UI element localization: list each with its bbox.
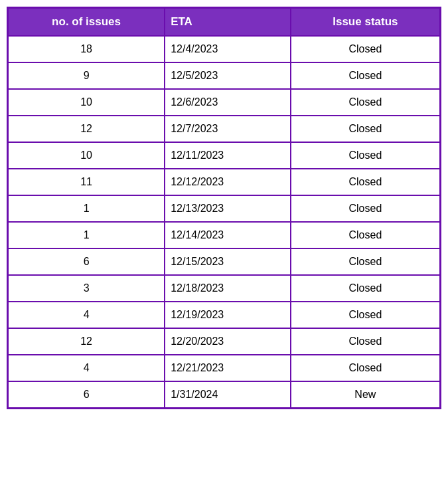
cell-eta: 12/21/2023 <box>165 355 291 381</box>
cell-status: Closed <box>291 275 441 302</box>
main-table-wrapper: no. of issues ETA Issue status 1812/4/20… <box>7 7 441 409</box>
cell-status: Closed <box>291 248 441 275</box>
cell-eta: 12/18/2023 <box>165 275 291 302</box>
cell-issues: 10 <box>8 142 165 169</box>
cell-status: Closed <box>291 142 441 169</box>
table-row: 612/15/2023Closed <box>8 248 441 275</box>
table-row: 412/21/2023Closed <box>8 355 441 381</box>
header-issues: no. of issues <box>8 8 165 37</box>
table-row: 1112/12/2023Closed <box>8 169 441 195</box>
cell-eta: 12/15/2023 <box>165 248 291 275</box>
table-row: 61/31/2024New <box>8 381 441 409</box>
table-row: 312/18/2023Closed <box>8 275 441 302</box>
cell-eta: 12/11/2023 <box>165 142 291 169</box>
table-row: 1212/7/2023Closed <box>8 116 441 142</box>
table-row: 412/19/2023Closed <box>8 302 441 328</box>
cell-issues: 9 <box>8 62 165 89</box>
cell-issues: 6 <box>8 248 165 275</box>
cell-issues: 11 <box>8 169 165 195</box>
table-body: 1812/4/2023Closed912/5/2023Closed1012/6/… <box>8 36 441 409</box>
cell-status: Closed <box>291 36 441 62</box>
cell-status: Closed <box>291 302 441 328</box>
cell-status: Closed <box>291 116 441 142</box>
cell-status: Closed <box>291 222 441 248</box>
cell-status: Closed <box>291 328 441 355</box>
table-row: 1812/4/2023Closed <box>8 36 441 62</box>
table-row: 912/5/2023Closed <box>8 62 441 89</box>
cell-issues: 6 <box>8 381 165 409</box>
cell-status: New <box>291 381 441 409</box>
cell-issues: 1 <box>8 222 165 248</box>
cell-status: Closed <box>291 89 441 116</box>
cell-eta: 12/7/2023 <box>165 116 291 142</box>
cell-status: Closed <box>291 355 441 381</box>
table-row: 1012/6/2023Closed <box>8 89 441 116</box>
cell-status: Closed <box>291 195 441 222</box>
cell-status: Closed <box>291 62 441 89</box>
cell-issues: 4 <box>8 302 165 328</box>
cell-issues: 12 <box>8 328 165 355</box>
cell-status: Closed <box>291 169 441 195</box>
cell-eta: 12/4/2023 <box>165 36 291 62</box>
table-header-row: no. of issues ETA Issue status <box>8 8 441 37</box>
cell-eta: 1/31/2024 <box>165 381 291 409</box>
cell-eta: 12/12/2023 <box>165 169 291 195</box>
cell-issues: 3 <box>8 275 165 302</box>
cell-eta: 12/13/2023 <box>165 195 291 222</box>
cell-eta: 12/20/2023 <box>165 328 291 355</box>
cell-eta: 12/14/2023 <box>165 222 291 248</box>
cell-issues: 18 <box>8 36 165 62</box>
issues-table: no. of issues ETA Issue status 1812/4/20… <box>7 7 441 409</box>
cell-issues: 10 <box>8 89 165 116</box>
table-row: 112/13/2023Closed <box>8 195 441 222</box>
header-status: Issue status <box>291 8 441 37</box>
cell-issues: 12 <box>8 116 165 142</box>
cell-issues: 1 <box>8 195 165 222</box>
cell-eta: 12/6/2023 <box>165 89 291 116</box>
cell-eta: 12/5/2023 <box>165 62 291 89</box>
header-eta: ETA <box>165 8 291 37</box>
table-row: 1212/20/2023Closed <box>8 328 441 355</box>
cell-issues: 4 <box>8 355 165 381</box>
table-row: 112/14/2023Closed <box>8 222 441 248</box>
table-row: 1012/11/2023Closed <box>8 142 441 169</box>
cell-eta: 12/19/2023 <box>165 302 291 328</box>
